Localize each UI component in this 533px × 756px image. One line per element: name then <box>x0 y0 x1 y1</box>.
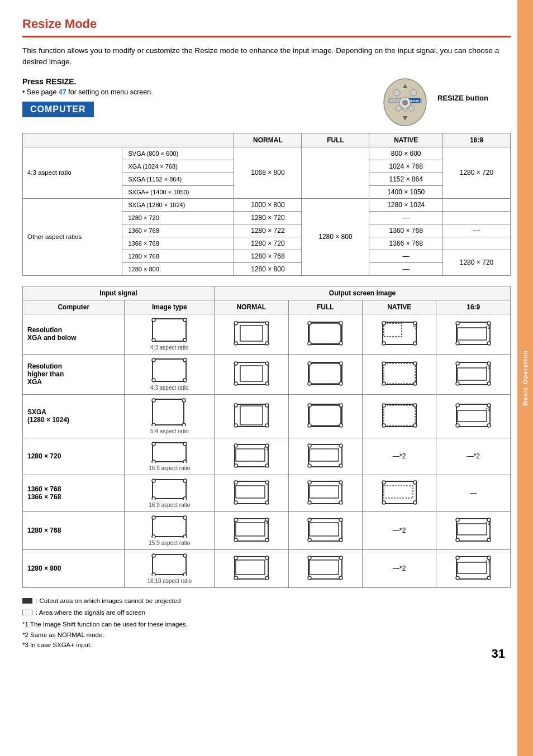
note-1: *1 The Image Shift function can be used … <box>22 619 511 629</box>
sxga-label: SXGA (1152 × 864) <box>122 173 234 185</box>
svg-point-46 <box>183 358 187 362</box>
computer-sxga: SXGA(1280 × 1024) <box>23 394 125 438</box>
svg-rect-122 <box>153 480 186 499</box>
native-screen-5 <box>382 480 417 505</box>
svg-rect-109 <box>235 444 268 467</box>
normal-screen-1 <box>234 321 269 346</box>
svg-point-83 <box>234 424 237 427</box>
svg-point-132 <box>265 501 269 504</box>
svg-rect-91 <box>383 404 416 427</box>
native-visual-4: —*2 <box>363 438 436 475</box>
svg-point-124 <box>183 479 187 482</box>
svg-rect-128 <box>236 486 265 498</box>
svg-text:*1: *1 <box>264 446 269 451</box>
svg-point-69 <box>456 362 459 365</box>
svg-rect-139 <box>383 481 416 504</box>
full-visual-1 <box>288 314 362 354</box>
svg-point-26 <box>308 322 311 325</box>
full-screen-2 <box>307 361 343 386</box>
native-visual-7: —*2 <box>363 549 436 587</box>
screen-icon-normal-43 <box>151 318 187 342</box>
svg-rect-92 <box>384 405 415 425</box>
svg-rect-116 <box>308 444 342 467</box>
svg-point-143 <box>382 501 386 504</box>
svg-point-93 <box>382 404 386 407</box>
svg-point-81 <box>234 404 237 407</box>
img-type-169-2: 16:9 aspect ratio <box>125 475 215 511</box>
svg-point-63 <box>382 362 386 365</box>
computer-1280x768: 1280 × 768 <box>23 511 125 549</box>
svg-point-129 <box>234 481 237 484</box>
native-sxgap: 1400 × 1050 <box>369 185 442 198</box>
output-row-4: 1280 × 720 16:9 aspect ratio <box>23 438 511 475</box>
svg-rect-188 <box>458 562 487 573</box>
page-link[interactable]: 47 <box>59 88 66 96</box>
svg-point-4 <box>396 106 401 111</box>
1280x800-label: 1280 × 800 <box>122 262 234 275</box>
output-row-5: 1360 × 7681366 × 768 16:9 aspect ratio <box>23 475 511 511</box>
svg-point-99 <box>456 404 459 407</box>
svg-rect-55 <box>308 362 342 385</box>
main-data-table: NORMAL FULL NATIVE 16:9 4:3 aspect ratio… <box>22 133 511 276</box>
svg-point-155 <box>265 538 269 542</box>
svg-point-186 <box>339 576 342 580</box>
svg-text:*1: *1 <box>264 519 269 525</box>
sidebar-text: Basic Operation <box>522 350 529 405</box>
output-row-6: 1280 × 768 15:9 aspect ratio <box>23 511 511 549</box>
remote-area: RESIZE RESIZE button <box>377 77 488 127</box>
svg-point-45 <box>152 358 155 362</box>
col-native: NATIVE <box>369 133 442 147</box>
xga-label: XGA (1024 × 768) <box>122 160 234 173</box>
svg-point-23 <box>265 342 269 345</box>
svg-point-191 <box>456 576 459 580</box>
ratio16-43: 1280 × 720 <box>442 147 510 198</box>
svg-point-131 <box>234 501 237 504</box>
resize-label: RESIZE. <box>46 77 76 86</box>
intro-text: This function allows you to modify or cu… <box>22 45 511 68</box>
dashed-legend-icon <box>22 610 32 615</box>
svg-point-29 <box>339 342 342 345</box>
normal-screen-7 <box>234 556 269 580</box>
output-row-7: 1280 × 800 16:10 aspect ratio <box>23 549 511 587</box>
svg-rect-150 <box>235 519 268 541</box>
output-row-1: ResolutionXGA and below 4:3 aspect ratio <box>23 314 511 354</box>
svg-text:*1: *1 <box>486 520 491 526</box>
svg-point-113 <box>234 464 237 467</box>
press-resize: Press RESIZE. <box>22 77 153 86</box>
svg-point-126 <box>183 497 187 500</box>
svg-point-82 <box>265 404 269 407</box>
svg-point-114 <box>265 464 269 467</box>
native-xga: 1024 × 768 <box>369 160 442 173</box>
svg-point-96 <box>413 424 417 427</box>
svg-point-87 <box>308 404 311 407</box>
table-row: 4:3 aspect ratio SVGA (800 × 600) 1068 ×… <box>23 147 511 160</box>
svg-point-142 <box>413 481 417 484</box>
full-visual-7 <box>288 549 362 587</box>
input-signal-header: Input signal <box>23 286 215 300</box>
normal-1280x720: 1280 × 720 <box>234 211 302 224</box>
svga-label: SVGA (800 × 600) <box>122 147 234 160</box>
output-table: Input signal Output screen image Compute… <box>22 286 511 588</box>
ratio16-visual-5: — <box>436 475 511 511</box>
1360x768-label: 1360 × 768 <box>122 224 234 237</box>
svg-point-2 <box>410 89 417 96</box>
native-screen-1: *3 <box>382 321 417 346</box>
ratio16-visual-6: *1 <box>436 511 511 549</box>
full-visual-2 <box>288 354 362 394</box>
sxgap-label: SXGA+ (1400 × 1050) <box>122 185 234 198</box>
output-header: Output screen image <box>215 286 511 300</box>
svg-point-95 <box>382 424 386 427</box>
svg-rect-163 <box>456 519 490 541</box>
ratio16-sxga1024 <box>442 198 510 211</box>
svg-rect-50 <box>240 366 263 381</box>
svg-rect-127 <box>235 481 268 504</box>
svg-rect-176 <box>236 560 265 575</box>
normal-visual-7 <box>215 549 288 587</box>
svg-point-32 <box>382 322 386 325</box>
normal-1366x768: 1280 × 720 <box>234 237 302 250</box>
svg-point-108 <box>183 460 187 463</box>
computer-1280x800: 1280 × 800 <box>23 549 125 587</box>
svg-point-160 <box>339 518 342 521</box>
svg-point-148 <box>152 535 155 538</box>
svg-point-21 <box>265 322 269 325</box>
